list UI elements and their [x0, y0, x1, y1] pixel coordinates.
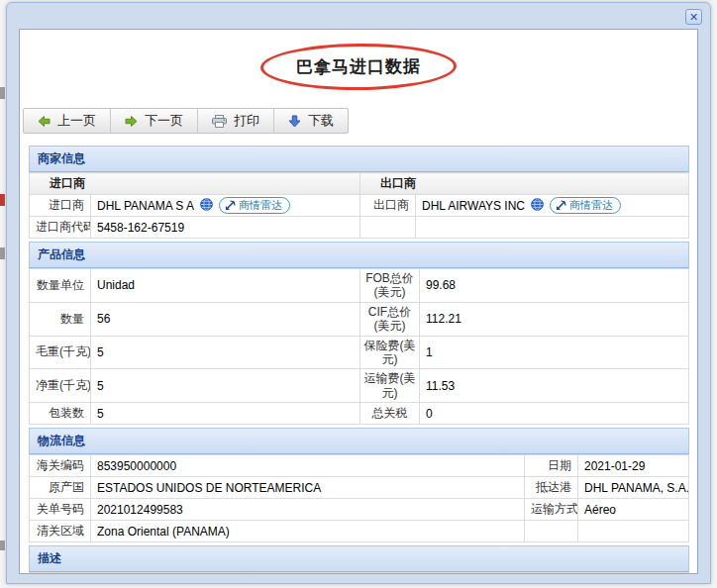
field-label: 日期	[525, 455, 578, 477]
next-page-label: 下一页	[145, 112, 183, 130]
field-label: 运输方式	[525, 499, 578, 521]
prev-page-label: 上一页	[57, 112, 96, 130]
background-fragment	[0, 540, 5, 550]
globe-icon[interactable]	[531, 198, 544, 214]
section-product: 产品信息 数量单位 Unidad FOB总价(美元) 99.68 数量 56 C…	[29, 242, 689, 425]
globe-icon[interactable]	[200, 198, 213, 214]
field-label: 净重(千克)	[30, 369, 91, 403]
importer-code-label: 进口商代码	[30, 217, 91, 239]
field-label: 毛重(千克)	[30, 336, 91, 369]
description-table: 产品描述 LAMPARAS LED 6440748263 编码描述	[29, 572, 689, 574]
field-value: 11.53	[420, 369, 689, 403]
exporter-label: 出口商	[360, 195, 416, 217]
close-icon[interactable]: ✕	[685, 9, 702, 25]
field-value	[578, 521, 689, 542]
exporter-name: DHL AIRWAYS INC	[422, 199, 525, 213]
field-value: 112.21	[420, 302, 689, 336]
table-row: 数量 56 CIF总价(美元) 112.21	[30, 302, 689, 336]
next-page-button[interactable]: 下一页	[111, 109, 198, 133]
background-fragment	[0, 247, 5, 259]
business-radar-button[interactable]: 商情雷达	[219, 197, 290, 214]
table-row: 包装数 5 总关税 0	[30, 403, 689, 425]
product-table: 数量单位 Unidad FOB总价(美元) 99.68 数量 56 CIF总价(…	[29, 268, 689, 425]
page-title: 巴拿马进口数据	[296, 56, 421, 76]
field-value: Zona Oriental (PANAMA)	[91, 521, 525, 542]
logistics-table: 海关编码 853950000000 日期 2021-01-29 原产国 ESTA…	[29, 454, 689, 542]
download-label: 下载	[308, 112, 334, 130]
field-value: 2021012499583	[91, 499, 525, 521]
window-body: 巴拿马进口数据 上一页 下一页 打印	[19, 29, 698, 574]
field-value: 1	[420, 336, 689, 369]
importer-name: DHL PANAMA S A	[97, 199, 194, 213]
background-fragment	[0, 87, 5, 99]
background-fragment	[0, 194, 5, 206]
radar-icon	[225, 200, 236, 211]
table-row: 进口商代码 5458-162-67519	[30, 217, 689, 239]
field-value: DHL PANAMA, S.A.	[578, 477, 689, 499]
importer-value-cell: DHL PANAMA S A 商情雷达	[91, 195, 360, 217]
field-label: 关单号码	[30, 499, 91, 521]
table-row: 进口商 DHL PANAMA S A 商情雷达	[30, 195, 689, 217]
field-label: 运输费(美元)	[360, 369, 420, 403]
field-value: 853950000000	[91, 455, 525, 477]
exporter-column-header: 出口商	[360, 173, 689, 195]
section-product-header: 产品信息	[29, 242, 689, 268]
prev-page-button[interactable]: 上一页	[24, 109, 111, 133]
field-value: 5	[91, 403, 360, 425]
download-button[interactable]: 下载	[274, 109, 348, 133]
field-value: 5	[91, 336, 360, 369]
importer-label: 进口商	[30, 195, 91, 217]
title-highlight-ellipse: 巴拿马进口数据	[260, 43, 457, 91]
field-label: 原产国	[30, 477, 91, 499]
section-description-header: 描述	[29, 545, 689, 572]
title-row: 巴拿马进口数据	[20, 44, 697, 90]
field-label: 保险费(美元)	[360, 336, 420, 369]
field-label: CIF总价(美元)	[360, 302, 420, 336]
table-row: 净重(千克) 5 运输费(美元) 11.53	[30, 369, 689, 403]
business-radar-label: 商情雷达	[239, 199, 282, 212]
section-merchant: 商家信息 进口商 出口商 进口商 DHL PANAMA S A	[29, 146, 689, 239]
section-description: 描述 产品描述 LAMPARAS LED 6440748263 编码描述	[29, 545, 689, 574]
field-value: ESTADOS UNIDOS DE NORTEAMERICA	[91, 477, 525, 499]
table-row: 海关编码 853950000000 日期 2021-01-29	[30, 455, 689, 477]
field-value: 2021-01-29	[578, 455, 689, 477]
field-label: 总关税	[360, 403, 420, 425]
field-label: 海关编码	[30, 455, 91, 477]
table-row: 毛重(千克) 5 保险费(美元) 1	[30, 336, 689, 369]
field-value: 99.68	[420, 269, 689, 303]
table-row: 产品描述 LAMPARAS LED 6440748263	[30, 573, 689, 574]
section-merchant-header: 商家信息	[29, 146, 689, 172]
field-value: LAMPARAS LED 6440748263	[91, 573, 689, 574]
print-label: 打印	[234, 112, 259, 130]
field-label: 抵达港	[525, 477, 578, 499]
merchant-table: 进口商 出口商 进口商 DHL PANAMA S A 商情	[29, 172, 689, 239]
table-row: 原产国 ESTADOS UNIDOS DE NORTEAMERICA 抵达港 D…	[30, 477, 689, 499]
field-value: 56	[91, 302, 360, 336]
field-label: 包装数	[30, 403, 91, 425]
blue-arrow-down-icon	[288, 115, 301, 128]
importer-code-value: 5458-162-67519	[91, 217, 360, 239]
field-label: 数量	[30, 302, 91, 336]
print-button[interactable]: 打印	[198, 109, 274, 133]
section-logistics: 物流信息 海关编码 853950000000 日期 2021-01-29 原产国…	[29, 428, 689, 542]
radar-icon	[556, 200, 566, 211]
empty-label-cell	[360, 217, 416, 239]
field-label: 产品描述	[30, 573, 91, 574]
field-label	[525, 521, 578, 542]
field-value: 5	[91, 369, 360, 403]
business-radar-button[interactable]: 商情雷达	[550, 197, 621, 214]
table-row: 数量单位 Unidad FOB总价(美元) 99.68	[30, 269, 689, 303]
empty-value-cell	[416, 217, 689, 239]
table-row: 关单号码 2021012499583 运输方式 Aéreo	[30, 499, 689, 521]
window-header: ✕	[7, 3, 710, 29]
field-value: Unidad	[91, 269, 360, 303]
green-arrow-left-icon	[38, 115, 51, 128]
field-label: FOB总价(美元)	[360, 269, 420, 303]
business-radar-label: 商情雷达	[569, 199, 613, 212]
field-value: 0	[420, 403, 689, 425]
toolbar: 上一页 下一页 打印 下载	[23, 108, 349, 134]
field-label: 数量单位	[30, 269, 91, 303]
field-value: Aéreo	[578, 499, 689, 521]
table-row: 进口商 出口商	[30, 173, 689, 195]
field-label: 清关区域	[30, 521, 91, 542]
